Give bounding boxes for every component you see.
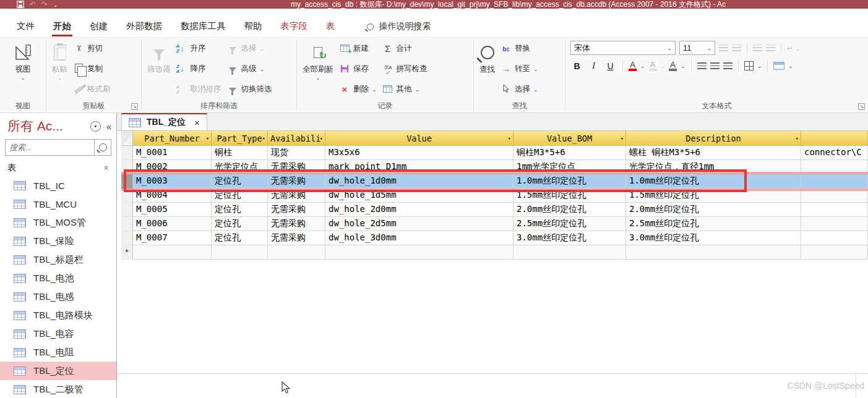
sidebar-item-TBL_定位[interactable]: TBL_定位 — [0, 362, 116, 380]
cell[interactable]: 无需采购 — [268, 203, 325, 217]
cell[interactable] — [268, 245, 325, 260]
section-collapse-icon[interactable]: « — [102, 165, 111, 169]
record-selector[interactable] — [121, 146, 133, 160]
bullets-icon[interactable] — [719, 44, 728, 51]
sidebar-item-TBL_MOS管[interactable]: TBL_MOS管 — [0, 213, 116, 232]
new-record-button[interactable]: + 新建 — [337, 41, 379, 56]
filter-dropdown-icon[interactable]: ▾ — [796, 135, 799, 142]
cell[interactable] — [513, 245, 626, 260]
cell[interactable] — [801, 174, 868, 188]
font-name-select[interactable]: 宋体 ⌄ — [570, 41, 676, 55]
background-color-button[interactable]: A — [669, 61, 677, 71]
newline-icon[interactable]: ↵ ⌄ — [787, 44, 800, 53]
spelling-button[interactable]: 字A✓ 拼写检查 — [380, 61, 430, 77]
totals-button[interactable]: Σ 合计 — [380, 41, 430, 56]
selection-filter-button[interactable]: 选择 ⌄ — [225, 41, 275, 56]
ribbon-tab-创建[interactable]: 创建 — [80, 16, 117, 37]
ribbon-tab-文件[interactable]: 文件 — [7, 16, 44, 37]
bold-button[interactable]: B — [570, 61, 583, 71]
column-header-Value_BOM[interactable]: Value_BOM▾ — [513, 131, 626, 146]
sidebar-item-TBL_电路模块[interactable]: TBL_电路模块 — [0, 306, 116, 324]
sidebar-item-TBL_电池[interactable]: TBL_电池 — [0, 269, 116, 287]
cell[interactable]: 定位孔 — [212, 217, 268, 231]
sidebar-item-TBL_电阻[interactable]: TBL_电阻 — [0, 343, 116, 362]
indent-increase-icon[interactable] — [753, 44, 762, 51]
tell-me-search[interactable]: 操作说明搜索 — [367, 16, 431, 37]
document-tab-tbl-dingwei[interactable]: TBL_定位 × — [121, 113, 207, 130]
cell[interactable] — [801, 245, 868, 260]
chevron-down-icon[interactable]: ⌄ — [757, 64, 762, 69]
sidebar-item-TBL_二极管[interactable]: TBL_二极管 — [0, 380, 116, 398]
column-header-extra[interactable] — [801, 131, 868, 146]
sidebar-item-TBL_电感[interactable]: TBL_电感 — [0, 287, 116, 306]
sidebar-item-TBL_标题栏[interactable]: TBL_标题栏 — [0, 250, 116, 269]
sort-descending-button[interactable]: ZA ↓ 降序 — [174, 61, 224, 77]
cell[interactable]: dw_hole_3d0mm — [325, 231, 513, 245]
cell[interactable]: connector\C — [801, 146, 868, 160]
column-header-Part_Type[interactable]: Part_Type▾ — [212, 131, 268, 146]
cell[interactable] — [801, 217, 868, 231]
shutter-bar-collapse-icon[interactable]: « — [106, 121, 111, 132]
ribbon-tab-外部数据[interactable]: 外部数据 — [117, 16, 171, 37]
sort-ascending-button[interactable]: AZ ↓ 升序 — [174, 41, 224, 56]
copy-button[interactable]: 复制 — [71, 61, 113, 77]
cell[interactable]: 铜柱M3*5+6 — [513, 146, 626, 160]
cell[interactable] — [212, 245, 268, 260]
cell[interactable]: 3.0mm丝印定位孔 — [513, 231, 626, 245]
highlight-color-button[interactable]: A — [649, 61, 657, 71]
nav-search-input[interactable] — [6, 143, 94, 153]
cell[interactable]: 2.5mm丝印定位孔 — [513, 217, 626, 231]
nav-pane-menu-icon[interactable]: ▾ — [90, 121, 101, 132]
close-tab-icon[interactable]: × — [194, 117, 200, 128]
clipboard-dialog-launcher-icon[interactable]: ↘ — [131, 103, 138, 110]
record-selector[interactable] — [121, 231, 133, 245]
cell[interactable]: 无需采购 — [268, 217, 325, 231]
column-header-Availabili[interactable]: Availabili▾ — [268, 131, 325, 146]
cut-button[interactable]: ✂ 剪切 — [71, 41, 113, 56]
cell[interactable]: M_0007 — [133, 231, 212, 245]
chevron-down-icon[interactable]: ⌄ — [681, 64, 685, 69]
sidebar-item-TBL_保险[interactable]: TBL_保险 — [0, 232, 116, 250]
qat-customize-icon[interactable]: ⌄ — [53, 3, 58, 8]
find-button[interactable]: 查找 — [477, 40, 497, 100]
cell[interactable]: 螺柱 铜柱M3*5+6 — [626, 146, 801, 160]
goto-button[interactable]: → 转至 ⌄ — [498, 61, 541, 77]
column-header-Part_Number[interactable]: Part_Number▾ — [133, 131, 212, 146]
filter-dropdown-icon[interactable]: ▾ — [621, 135, 624, 142]
toggle-filter-button[interactable]: 切换筛选 — [225, 82, 275, 97]
format-painter-button[interactable]: 格式刷 — [71, 82, 113, 97]
refresh-all-button[interactable]: ↻ 全部刷新 ⌄ — [300, 40, 336, 100]
record-selector[interactable] — [121, 203, 133, 217]
indent-decrease-icon[interactable] — [766, 44, 775, 51]
ribbon-tab-表[interactable]: 表 — [317, 16, 345, 37]
column-header-Description[interactable]: Description▾ — [626, 131, 801, 146]
cell[interactable]: 定位孔 — [212, 203, 268, 217]
sidebar-item-TBL_IC[interactable]: TBL_IC — [0, 176, 116, 195]
select-button[interactable]: 选择 ⌄ — [498, 82, 541, 97]
cell[interactable]: dw_hole_2d0mm — [325, 203, 513, 217]
advanced-filter-button[interactable]: 高级 ⌄ — [225, 61, 275, 77]
ribbon-tab-帮助[interactable]: 帮助 — [235, 16, 272, 37]
filter-dropdown-icon[interactable]: ▾ — [320, 135, 323, 142]
nav-section-tables[interactable]: 表 « — [0, 156, 116, 175]
chevron-down-icon[interactable]: ⌄ — [640, 64, 645, 69]
more-button[interactable]: 其他 ⌄ — [380, 82, 430, 97]
cell[interactable]: 铜柱 — [212, 146, 268, 160]
cell[interactable] — [325, 245, 513, 260]
cell[interactable]: M3x5x6 — [325, 146, 513, 160]
replace-button[interactable]: bc 替换 — [498, 41, 541, 56]
align-left-icon[interactable] — [697, 62, 707, 69]
align-right-icon[interactable] — [723, 62, 733, 69]
datasheet-corner[interactable] — [121, 131, 133, 146]
chevron-down-icon[interactable]: ⌄ — [788, 64, 793, 69]
undo-icon[interactable]: ↶ — [30, 1, 36, 8]
cell[interactable]: 3.0mm丝印定位孔 — [626, 231, 801, 245]
cell[interactable]: M_0006 — [133, 217, 212, 231]
sidebar-item-TBL_电容[interactable]: TBL_电容 — [0, 324, 116, 343]
cell[interactable]: M_0001 — [133, 146, 212, 160]
delete-record-button[interactable]: × 删除 ⌄ — [337, 82, 379, 97]
save-icon[interactable] — [17, 1, 24, 8]
record-selector[interactable] — [121, 217, 133, 231]
redo-icon[interactable]: ↷ — [41, 1, 48, 8]
nav-search-button[interactable] — [94, 140, 111, 155]
